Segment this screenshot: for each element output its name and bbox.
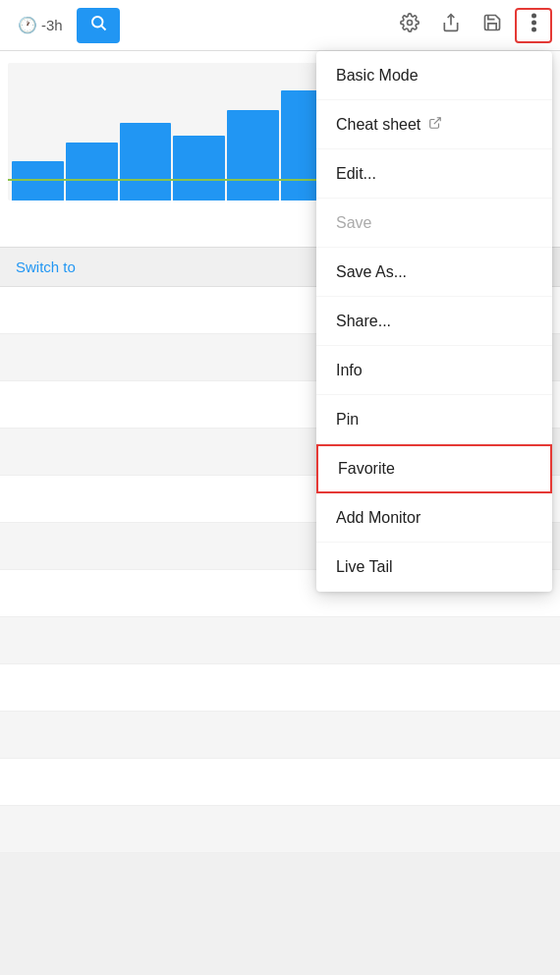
svg-line-1 (101, 26, 105, 29)
menu-item-add-monitor[interactable]: Add Monitor (316, 493, 552, 543)
data-row-10 (0, 712, 560, 759)
menu-item-label-save-as: Save As... (336, 263, 407, 281)
search-icon (89, 14, 107, 36)
menu-item-favorite[interactable]: Favorite (316, 444, 552, 493)
menu-item-label-live-tail: Live Tail (336, 558, 393, 576)
time-range-selector[interactable]: 🕐 -3h (8, 10, 73, 40)
menu-item-save: Save (316, 199, 552, 248)
external-link-icon (428, 116, 442, 133)
bar-5 (227, 110, 279, 201)
menu-item-pin[interactable]: Pin (316, 395, 552, 444)
bar-4 (173, 136, 225, 201)
share-button[interactable] (432, 8, 470, 43)
menu-item-label-save: Save (336, 214, 371, 232)
more-button[interactable] (515, 8, 552, 43)
menu-item-info[interactable]: Info (316, 346, 552, 395)
app-container: 🕐 -3h (0, 0, 560, 975)
svg-point-5 (532, 21, 536, 26)
svg-line-7 (434, 118, 440, 124)
svg-point-4 (532, 14, 536, 19)
switch-to-text: Switch to (16, 258, 76, 275)
data-row-9 (0, 664, 560, 712)
menu-item-save-as[interactable]: Save As... (316, 248, 552, 297)
save-button[interactable] (474, 8, 511, 43)
bar-1 (12, 161, 64, 201)
menu-item-label-basic-mode: Basic Mode (336, 67, 419, 85)
more-icon (532, 13, 536, 37)
menu-item-live-tail[interactable]: Live Tail (316, 543, 552, 592)
menu-item-label-edit: Edit... (336, 165, 376, 183)
gear-icon (400, 13, 420, 37)
time-range-label: -3h (41, 17, 63, 33)
save-icon (482, 13, 502, 37)
menu-item-edit[interactable]: Edit... (316, 149, 552, 199)
bar-2 (66, 143, 118, 201)
data-row-8 (0, 617, 560, 664)
settings-button[interactable] (391, 8, 428, 43)
svg-point-0 (92, 17, 103, 28)
menu-item-label-cheat-sheet: Cheat sheet (336, 116, 420, 134)
bar-3 (120, 123, 172, 201)
menu-item-label-share: Share... (336, 313, 391, 330)
svg-point-6 (532, 28, 536, 32)
data-row-12 (0, 806, 560, 853)
menu-item-label-info: Info (336, 362, 363, 379)
share-icon (441, 13, 461, 37)
search-button[interactable] (77, 8, 120, 43)
menu-item-label-pin: Pin (336, 411, 359, 429)
toolbar: 🕐 -3h (0, 0, 560, 51)
menu-item-basic-mode[interactable]: Basic Mode (316, 51, 552, 100)
menu-item-share[interactable]: Share... (316, 297, 552, 346)
clock-icon: 🕐 (18, 16, 37, 34)
dropdown-menu: Basic Mode Cheat sheet Edit... Save Save… (316, 51, 552, 592)
data-row-11 (0, 759, 560, 806)
svg-point-2 (408, 21, 413, 26)
menu-item-cheat-sheet[interactable]: Cheat sheet (316, 100, 552, 149)
menu-item-label-add-monitor: Add Monitor (336, 509, 420, 527)
menu-item-label-favorite: Favorite (338, 460, 395, 478)
